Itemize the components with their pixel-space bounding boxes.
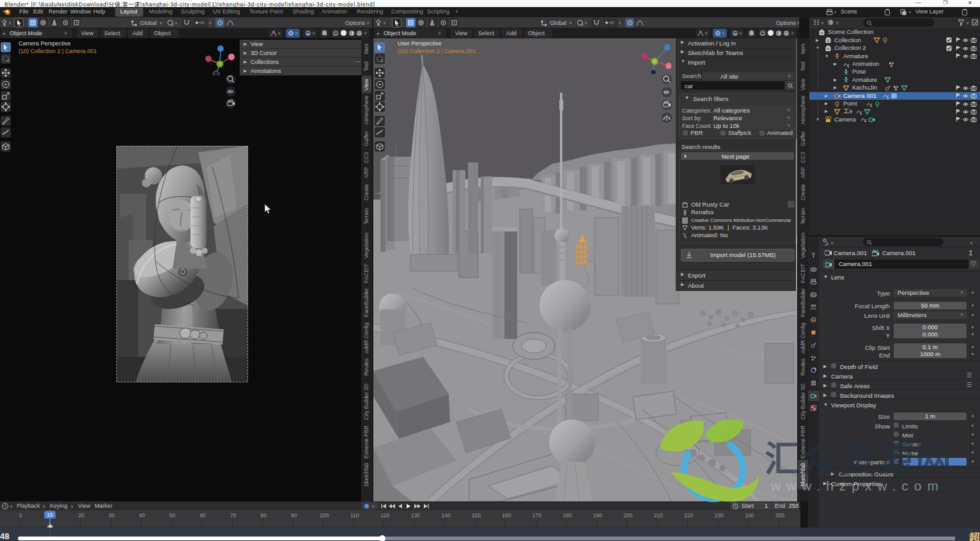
svg-text:Y: Y [653,59,657,64]
svg-text:Y: Y [219,62,222,67]
